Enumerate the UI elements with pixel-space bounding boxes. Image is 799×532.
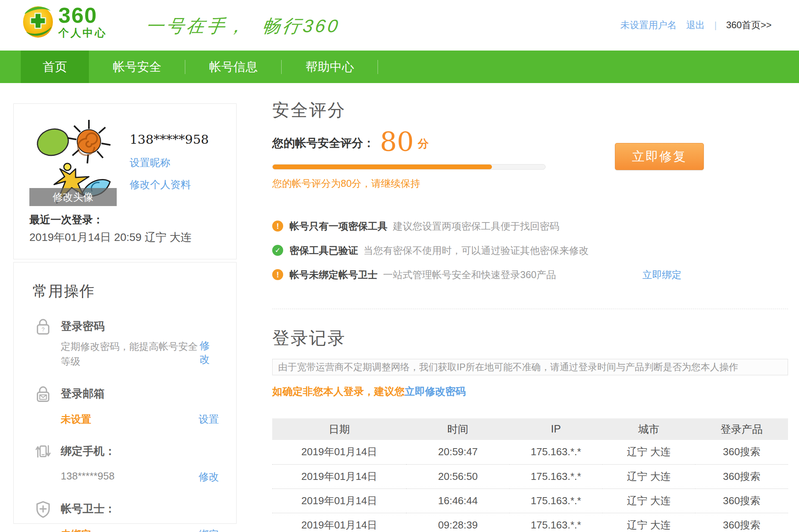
cell-date: 2019年01月14日 [272, 464, 406, 489]
page: 360 个人中心 一号在手， 畅行360 未设置用户名 退出 | 360首页>>… [0, 0, 799, 532]
nav-tab-account-security[interactable]: 帐号安全 [89, 51, 185, 83]
action-desc: 定期修改密码，能提高帐号安全等级 [61, 339, 199, 369]
main-content: 安全评分 您的帐号安全评分： 80 分 您的帐号评分为80分，请继续保持 立即修… [272, 83, 788, 532]
profile-phone: 138*****958 [130, 132, 209, 147]
status-label: 密保工具已验证 [289, 244, 358, 257]
action-label: 绑定手机： [61, 443, 219, 459]
action-item-login-email: 登录邮箱 未设置 设置 [14, 386, 236, 426]
last-login-value: 2019年01月14日 20:59 辽宁 大连 [29, 230, 192, 245]
col-header-city: 城市 [602, 418, 695, 440]
brand-text: 360 个人中心 [58, 4, 107, 38]
action-value: 138*****958 [61, 470, 114, 482]
logo-360-ball-icon [22, 4, 54, 38]
status-item: 密保工具已验证 当您有密保不使用时，可以通过验证其他密保来修改 [272, 244, 788, 257]
action-item-login-password: ? 登录密码 定期修改密码，能提高帐号安全等级 修改 [14, 318, 236, 369]
slogan: 一号在手， 畅行360 [144, 14, 342, 38]
cell-ip: 175.163.*.* [510, 464, 602, 489]
last-login-label: 最近一次登录： [29, 213, 103, 227]
change-avatar-button[interactable]: 修改头像 [29, 188, 117, 206]
status-desc: 建议您设置两项密保工具便于找回密码 [393, 220, 559, 233]
cell-time: 20:56:50 [406, 464, 509, 489]
score-row: 您的帐号安全评分： 80 分 [272, 129, 429, 154]
cell-city: 辽宁 大连 [602, 489, 695, 513]
table-row: 2019年01月14日 09:28:39 175.163.*.* 辽宁 大连 3… [272, 513, 788, 532]
home-360-link[interactable]: 360首页>> [726, 19, 772, 31]
login-records-title: 登录记录 [272, 327, 346, 350]
warning-icon [272, 269, 283, 280]
security-progress-bar [272, 164, 546, 170]
change-password-action-link[interactable]: 修改 [199, 339, 219, 366]
dashed-divider [272, 309, 788, 309]
main-nav: 首页 帐号安全 帐号信息 帮助中心 [0, 51, 799, 83]
action-value: 未设置 [61, 413, 91, 426]
col-header-time: 时间 [406, 418, 509, 440]
cell-ip: 175.163.*.* [510, 513, 602, 532]
security-score-title: 安全评分 [272, 99, 346, 122]
cell-city: 辽宁 大连 [602, 513, 695, 532]
status-label: 帐号只有一项密保工具 [289, 220, 387, 233]
svg-text:?: ? [42, 326, 45, 333]
col-header-ip: IP [510, 418, 602, 440]
cell-city: 辽宁 大连 [602, 464, 695, 489]
nav-tab-home[interactable]: 首页 [21, 51, 89, 83]
nav-tab-account-info[interactable]: 帐号信息 [185, 51, 282, 83]
cell-city: 辽宁 大连 [602, 440, 695, 464]
score-unit: 分 [418, 136, 429, 154]
set-nickname-link[interactable]: 设置昵称 [130, 156, 170, 170]
table-row: 2019年01月14日 20:56:50 175.163.*.* 辽宁 大连 3… [272, 464, 788, 489]
header-links-separator: | [714, 20, 717, 31]
username-link[interactable]: 未设置用户名 [620, 19, 677, 31]
brand-number: 360 [58, 4, 107, 26]
not-you-warning-text: 如确定非您本人登录，建议您 [272, 385, 405, 397]
cell-date: 2019年01月14日 [272, 440, 406, 464]
lock-question-icon: ? [34, 318, 52, 336]
security-progress-fill [273, 165, 492, 169]
profile-card: 修改头像 138*****958 设置昵称 修改个人资料 最近一次登录： 201… [13, 103, 237, 259]
cell-date: 2019年01月14日 [272, 513, 406, 532]
action-value: 未绑定 [61, 528, 91, 532]
status-item: 帐号只有一项密保工具 建议您设置两项密保工具便于找回密码 [272, 219, 788, 233]
edit-profile-link[interactable]: 修改个人资料 [130, 178, 191, 192]
table-header-row: 日期 时间 IP 城市 登录产品 [272, 418, 788, 440]
action-item-bind-phone: 绑定手机： 138*****958 修改 [14, 443, 236, 484]
actions-card: 常用操作 ? 登录密码 定期修改密码，能提高帐号安全等级 修改 [13, 262, 237, 524]
status-label: 帐号未绑定帐号卫士 [289, 268, 378, 281]
status-desc: 当您有密保不使用时，可以通过验证其他密保来修改 [363, 244, 589, 257]
col-header-product: 登录产品 [695, 418, 788, 440]
shield-plus-icon [34, 500, 52, 518]
score-value: 80 [380, 129, 414, 154]
table-row: 2019年01月14日 16:46:44 175.163.*.* 辽宁 大连 3… [272, 489, 788, 513]
phone-sync-icon [34, 443, 52, 461]
cell-time: 20:59:47 [406, 440, 509, 464]
cell-product: 360搜索 [695, 464, 788, 489]
action-item-account-guard: 帐号卫士： 未绑定 绑定 [14, 501, 236, 532]
ip-notice: 由于宽带运营商不定期调整网络，我们获取IP所在地可能不准确，请通过登录时间与产品… [272, 359, 788, 375]
set-email-action-link[interactable]: 设置 [199, 413, 219, 426]
status-item: 帐号未绑定帐号卫士 一站式管理帐号安全和快速登录360产品 立即绑定 [272, 268, 788, 281]
cell-product: 360搜索 [695, 489, 788, 513]
nav-tab-help-center[interactable]: 帮助中心 [282, 51, 378, 83]
actions-title: 常用操作 [33, 281, 236, 301]
cell-product: 360搜索 [695, 513, 788, 532]
action-label: 登录密码 [61, 318, 219, 334]
avatar[interactable]: 修改头像 [29, 119, 117, 206]
header: 360 个人中心 一号在手， 畅行360 未设置用户名 退出 | 360首页>> [0, 0, 799, 51]
action-label: 登录邮箱 [61, 386, 219, 402]
change-password-link[interactable]: 立即修改密码 [405, 385, 466, 397]
success-icon [272, 245, 283, 256]
lock-mail-icon [34, 385, 52, 403]
change-phone-action-link[interactable]: 修改 [199, 470, 219, 484]
action-label: 帐号卫士： [61, 501, 219, 517]
table-row: 2019年01月14日 20:59:47 175.163.*.* 辽宁 大连 3… [272, 440, 788, 464]
fix-now-button[interactable]: 立即修复 [615, 143, 704, 170]
cell-time: 09:28:39 [406, 513, 509, 532]
cell-ip: 175.163.*.* [510, 440, 602, 464]
warning-icon [272, 221, 283, 232]
logout-link[interactable]: 退出 [686, 19, 705, 31]
bind-guard-action-link[interactable]: 绑定 [199, 528, 219, 532]
bind-now-link[interactable]: 立即绑定 [642, 268, 682, 281]
logo[interactable]: 360 个人中心 [22, 4, 107, 38]
score-label: 您的帐号安全评分： [272, 136, 374, 154]
score-caption: 您的帐号评分为80分，请继续保持 [272, 177, 420, 190]
header-links: 未设置用户名 退出 | 360首页>> [620, 19, 772, 31]
